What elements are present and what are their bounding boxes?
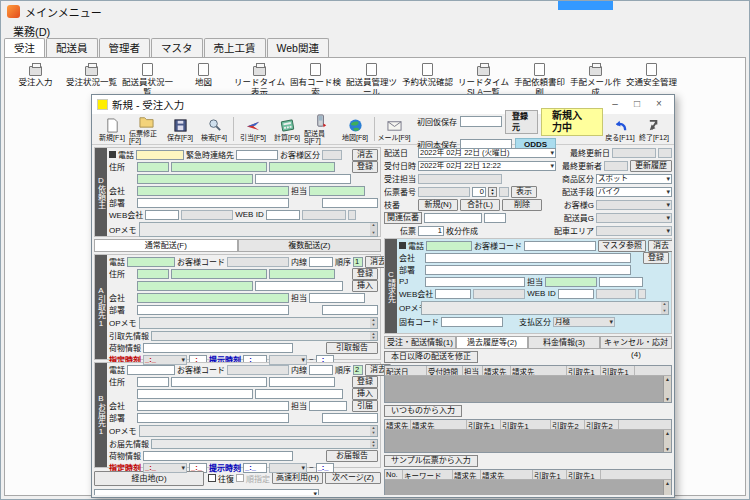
scroll-arrows[interactable]: ▲▼ bbox=[370, 440, 377, 448]
client-web-company-field[interactable] bbox=[145, 210, 179, 220]
tab-juchu[interactable]: 受注 bbox=[4, 38, 45, 58]
new-button[interactable]: 新規[F1] bbox=[95, 118, 129, 141]
search-button[interactable]: 検索[F4] bbox=[197, 118, 231, 141]
billing-web-company-field[interactable] bbox=[435, 289, 471, 299]
usual-table-body[interactable]: ▲▼ bbox=[385, 430, 671, 452]
order-staff-field[interactable] bbox=[418, 174, 502, 184]
highway-button[interactable]: 高速利用(H) bbox=[272, 472, 323, 484]
tab-history[interactable]: 過去履歴等(2) bbox=[456, 336, 528, 349]
save-button[interactable]: 保存[F3] bbox=[163, 118, 197, 141]
vertical-scrollbar[interactable]: ▲▼ bbox=[663, 430, 671, 452]
close-button[interactable]: × bbox=[649, 97, 669, 112]
client-web-id-field[interactable] bbox=[266, 210, 300, 220]
sample-entry-button[interactable]: サンプル伝票から入力 bbox=[384, 455, 478, 467]
tool-haisoin-jokyo[interactable]: 配送員状況一覧 bbox=[121, 63, 174, 98]
pickup-memo-field[interactable]: ▲▼ bbox=[139, 317, 378, 329]
pickup-cargo-field[interactable] bbox=[143, 343, 293, 353]
menu-gyomu[interactable]: 業務(D) bbox=[9, 23, 54, 39]
edit-future-deliveries-button[interactable]: 本日以降の配送を修正 bbox=[384, 351, 478, 363]
tool-chizu[interactable]: 地図 bbox=[177, 63, 230, 88]
seq-spec-checkbox[interactable] bbox=[236, 474, 244, 482]
delivery-means-combo[interactable]: バイク bbox=[596, 187, 672, 197]
vertical-scrollbar[interactable]: ▲▼ bbox=[663, 376, 671, 402]
slip-spinner[interactable]: ▲▼ bbox=[488, 187, 497, 197]
dropoff-cargo-field[interactable] bbox=[143, 451, 293, 461]
pickup-address1-field[interactable] bbox=[171, 269, 267, 279]
tab-uriage[interactable]: 売上工賃 bbox=[204, 38, 266, 57]
client-memo-field[interactable]: ▲▼ bbox=[139, 222, 378, 237]
delivery-date-combo[interactable]: 2022年 02月 22日 (火曜日) bbox=[418, 148, 556, 158]
tab-kanrisha[interactable]: 管理者 bbox=[99, 38, 151, 57]
dropoff-company-field[interactable] bbox=[137, 401, 289, 411]
dropoff-dept2-field[interactable] bbox=[322, 413, 378, 423]
edit-slip-button[interactable]: 伝票修正[F2] bbox=[129, 114, 163, 144]
tool-juchu-nyuryoku[interactable]: 受注入力 bbox=[9, 63, 62, 88]
dropoff-memo-field[interactable]: ▲▼ bbox=[139, 425, 378, 437]
client-phone-field[interactable] bbox=[136, 150, 184, 160]
tab-haisoin[interactable]: 配送員 bbox=[46, 38, 98, 57]
dropoff-address2-field[interactable] bbox=[269, 377, 335, 387]
client-zip-field[interactable] bbox=[137, 162, 169, 172]
pickup-address2-field[interactable] bbox=[269, 269, 335, 279]
related-slip2-field[interactable] bbox=[484, 213, 506, 223]
tool-haisoin-kanri[interactable]: 配送員管理ツール bbox=[345, 63, 398, 98]
dispatch-area-combo[interactable] bbox=[596, 226, 672, 236]
vertical-scrollbar[interactable]: ▲▼ bbox=[663, 480, 671, 495]
via-point-button[interactable]: 経由地(D) bbox=[94, 471, 204, 486]
product-type-combo[interactable]: スポット bbox=[596, 174, 672, 184]
client-clear-button[interactable]: 消去 bbox=[352, 149, 378, 161]
tool-leadtime-sla[interactable]: リードタイムSLA一覧 bbox=[457, 63, 510, 98]
category-field[interactable] bbox=[322, 150, 342, 160]
pickup-contact-field[interactable] bbox=[309, 293, 365, 303]
next-page-button[interactable]: 次ページ(Z) bbox=[325, 472, 381, 484]
client-address2-field[interactable] bbox=[269, 162, 335, 172]
tab-multi-delivery[interactable]: 複数配送(Z) bbox=[238, 239, 382, 252]
client-dept-field[interactable] bbox=[137, 198, 289, 208]
sample-table-body[interactable]: ▲▼ bbox=[385, 480, 671, 495]
dropoff-address4-field[interactable] bbox=[255, 389, 343, 399]
calc-button[interactable]: 計算[F6] bbox=[270, 118, 304, 141]
courier-group-combo[interactable] bbox=[596, 213, 672, 223]
round-trip-checkbox[interactable] bbox=[208, 474, 216, 482]
dropoff-spec-time-combo[interactable]: _:_ bbox=[143, 463, 187, 473]
tool-yoyaku[interactable]: 予約状況確認 bbox=[401, 63, 454, 88]
billing-contact-field[interactable] bbox=[545, 277, 597, 287]
pickup-address3-field[interactable] bbox=[137, 281, 253, 291]
billing-memo-field[interactable]: ▲▼ bbox=[421, 301, 669, 315]
tool-tehai-mail[interactable]: 手配メール作成 bbox=[569, 63, 622, 98]
client-address1-field[interactable] bbox=[171, 162, 267, 172]
maximize-button[interactable]: □ bbox=[627, 97, 647, 112]
customer-group-combo[interactable] bbox=[596, 200, 672, 210]
pickup-seq-field[interactable]: 1 bbox=[353, 257, 363, 267]
back-button[interactable]: 戻る[F11] bbox=[603, 118, 637, 141]
tool-leadtime[interactable]: リードタイム表示 bbox=[233, 63, 286, 98]
scroll-arrows[interactable]: ▲▼ bbox=[661, 302, 668, 314]
pickup-show-time-combo[interactable] bbox=[269, 355, 307, 365]
pickup-spec-time-combo[interactable]: _:_ bbox=[143, 355, 187, 365]
pickup-dept-field[interactable] bbox=[137, 305, 289, 315]
show-button[interactable]: 表示 bbox=[511, 186, 537, 198]
client-dept2-field[interactable] bbox=[322, 198, 378, 208]
billing-dept-field[interactable] bbox=[425, 265, 631, 275]
tab-web[interactable]: Web関連 bbox=[267, 38, 329, 57]
dropoff-address1-field[interactable] bbox=[171, 377, 267, 387]
exit-button[interactable]: 終了[F12] bbox=[637, 118, 671, 141]
dropoff-ext-field[interactable] bbox=[309, 365, 333, 375]
pickup-company-field[interactable] bbox=[137, 293, 289, 303]
dropoff-show-time-combo[interactable] bbox=[269, 463, 307, 473]
billing-pj-field[interactable] bbox=[425, 277, 525, 287]
billing-phone-field[interactable] bbox=[426, 241, 472, 251]
history-table-body[interactable]: ▲▼ bbox=[385, 376, 671, 402]
tab-order-info[interactable]: 受注・配送情報(1) bbox=[384, 336, 456, 349]
assign-button[interactable]: 引当[F5] bbox=[236, 118, 270, 141]
tab-fees[interactable]: 料金情報(3) bbox=[528, 336, 600, 349]
tool-koyu-code[interactable]: 固有コード検索 bbox=[289, 63, 342, 98]
map-button[interactable]: 地図[F8] bbox=[338, 118, 372, 141]
related-slip-label[interactable]: 関連伝番 bbox=[384, 212, 422, 224]
temp-save-field[interactable] bbox=[460, 116, 502, 127]
pickup-ext-field[interactable] bbox=[309, 257, 333, 267]
client-register-button[interactable]: 登録 bbox=[352, 161, 378, 173]
minimize-button[interactable]: – bbox=[605, 97, 625, 112]
billing-contact2-field[interactable] bbox=[599, 277, 643, 287]
update-history-button[interactable]: 更新履歴 bbox=[630, 160, 672, 172]
